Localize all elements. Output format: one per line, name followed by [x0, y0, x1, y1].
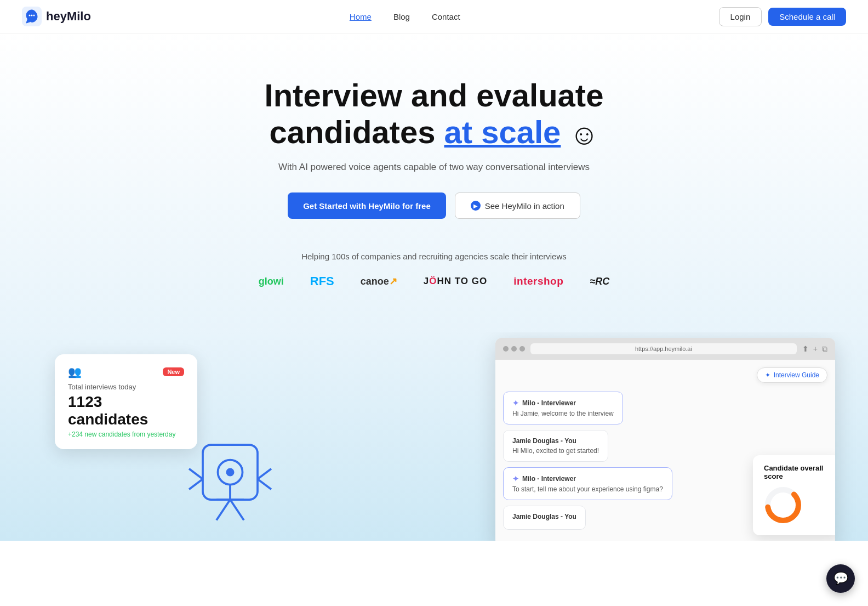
logo-canoe: canoe↗: [361, 275, 397, 287]
nav-actions: Login Schedule a call: [719, 7, 846, 26]
msg1-sender: Milo - Interviewer: [522, 399, 576, 407]
msg2-text: Hi Milo, excited to get started!: [512, 447, 599, 455]
hero-title-line1: Interview and evaluate: [265, 77, 604, 113]
chat-message-2: Jamie Douglas - You Hi Milo, excited to …: [503, 430, 608, 462]
hero-section: Interview and evaluate candidates at sca…: [0, 33, 868, 332]
svg-line-12: [258, 469, 271, 479]
dot1: [503, 346, 509, 352]
browser-dots: [503, 346, 525, 352]
svg-line-8: [216, 500, 230, 520]
logo-link[interactable]: heyMilo: [22, 7, 91, 26]
svg-line-11: [189, 479, 203, 490]
browser-actions: ⬆ + ⧉: [802, 344, 827, 354]
msg3-text: To start, tell me about your experience …: [512, 485, 663, 493]
browser-content: ✦ Interview Guide ✦ Milo - Interviewer H…: [495, 360, 835, 541]
msg2-sender: Jamie Douglas - You: [512, 437, 576, 445]
hero-buttons: Get Started with HeyMilo for free ▶ See …: [11, 192, 857, 219]
dot3: [519, 346, 525, 352]
stats-card: 👥 New Total interviews today 1123 candid…: [55, 354, 197, 449]
hero-title: Interview and evaluate candidates at sca…: [11, 77, 857, 151]
chat-message-4: Jamie Douglas - You: [503, 506, 586, 530]
svg-point-3: [33, 15, 35, 16]
dot2: [511, 346, 517, 352]
see-in-action-button[interactable]: ▶ See HeyMilo in action: [455, 192, 580, 219]
score-donut-chart: [764, 486, 802, 524]
logos-section: Helping 100s of companies and recruiting…: [11, 252, 857, 310]
msg4-sender: Jamie Douglas - You: [512, 513, 576, 520]
hero-subtitle: With AI powered voice agents capable of …: [11, 162, 857, 173]
msg3-sender: Milo - Interviewer: [522, 475, 576, 483]
browser-mockup: https://app.heymilo.ai ⬆ + ⧉ ✦ Interview…: [495, 338, 835, 541]
msg4-header: Jamie Douglas - You: [512, 513, 576, 520]
schedule-button[interactable]: Schedule a call: [768, 8, 846, 26]
nav-links: Home Blog Contact: [350, 12, 460, 21]
msg3-header: ✦ Milo - Interviewer: [512, 474, 663, 483]
bottom-section: 👥 New Total interviews today 1123 candid…: [0, 332, 868, 541]
logos-grid: glowi RFS canoe↗ JÖHN TO GO intershop ≈R…: [22, 274, 846, 288]
hero-title-accent: at scale: [444, 114, 561, 150]
login-button[interactable]: Login: [719, 7, 762, 26]
hero-title-prefix: candidates: [269, 114, 444, 150]
logo-intershop: intershop: [513, 275, 563, 287]
interview-guide-button[interactable]: ✦ Interview Guide: [757, 367, 827, 383]
score-label: Candidate overall score: [764, 464, 830, 480]
stats-label: Total interviews today: [68, 383, 184, 391]
more-icon: ⧉: [822, 344, 827, 354]
share-icon: ⬆: [802, 344, 809, 354]
stats-number: 1123 candidates: [68, 393, 184, 428]
browser-bar: https://app.heymilo.ai ⬆ + ⧉: [495, 338, 835, 360]
milo-icon-3: ✦: [512, 474, 519, 483]
svg-line-10: [189, 469, 203, 479]
interview-guide-label: Interview Guide: [774, 371, 819, 379]
msg2-header: Jamie Douglas - You: [512, 437, 599, 445]
score-card: Candidate overall score: [753, 455, 835, 535]
svg-line-9: [230, 500, 244, 520]
chat-message-3: ✦ Milo - Interviewer To start, tell me a…: [503, 467, 672, 500]
milo-icon-1: ✦: [512, 399, 519, 407]
stats-card-header: 👥 New: [68, 365, 184, 378]
svg-point-1: [29, 15, 31, 16]
add-tab-icon: +: [813, 344, 818, 354]
msg1-text: Hi Jamie, welcome to the interview: [512, 410, 614, 417]
svg-point-14: [226, 468, 235, 477]
svg-point-2: [31, 15, 33, 16]
see-in-action-label: See HeyMilo in action: [485, 201, 564, 211]
guide-icon: ✦: [765, 371, 770, 379]
navbar: heyMilo Home Blog Contact Login Schedule…: [0, 0, 868, 33]
hero-emoji: ☺: [569, 118, 598, 150]
logo-rc: ≈RC: [590, 276, 609, 287]
nav-link-blog[interactable]: Blog: [393, 12, 410, 21]
chat-message-1: ✦ Milo - Interviewer Hi Jamie, welcome t…: [503, 392, 623, 424]
logo-glowi: glowi: [259, 276, 284, 287]
logo-text: heyMilo: [46, 9, 91, 24]
logo-icon: [22, 7, 42, 26]
get-started-button[interactable]: Get Started with HeyMilo for free: [288, 192, 446, 219]
stats-badge: New: [163, 367, 184, 376]
logos-label: Helping 100s of companies and recruiting…: [22, 252, 846, 261]
svg-line-13: [258, 479, 271, 490]
nav-link-home[interactable]: Home: [350, 12, 372, 21]
msg1-header: ✦ Milo - Interviewer: [512, 399, 614, 407]
logo-rfs: RFS: [310, 274, 334, 288]
play-icon: ▶: [471, 201, 481, 211]
logo-johntogo: JÖHN TO GO: [424, 276, 487, 287]
users-icon: 👥: [68, 365, 82, 378]
nav-link-contact[interactable]: Contact: [432, 12, 460, 21]
browser-url: https://app.heymilo.ai: [530, 343, 797, 354]
stats-sub: +234 new candidates from yesterday: [68, 431, 184, 438]
